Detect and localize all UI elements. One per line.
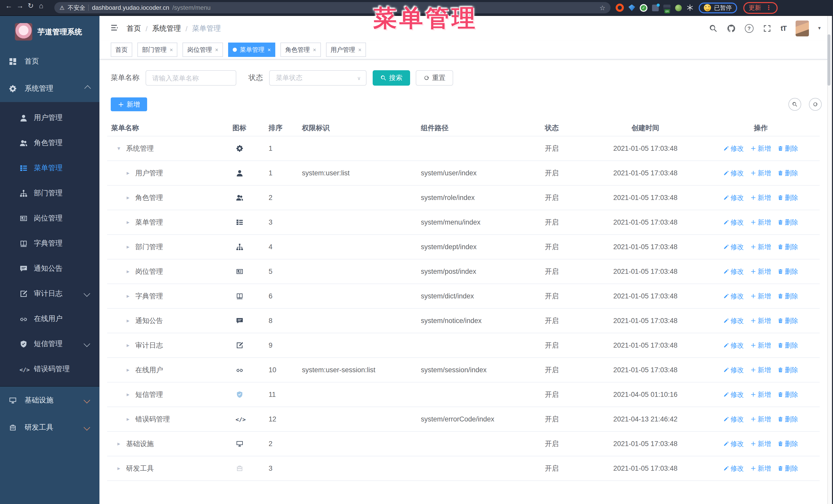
add-row-button[interactable]: 新增 — [751, 464, 771, 473]
expand-caret-icon[interactable]: ▸ — [127, 367, 132, 373]
github-icon[interactable] — [727, 24, 736, 32]
delete-row-button[interactable]: 删除 — [778, 464, 798, 473]
back-icon[interactable]: ← — [5, 2, 17, 13]
sidebar-item-首页[interactable]: 首页 — [0, 48, 99, 75]
extension-check-icon[interactable]: ✓ — [640, 4, 647, 11]
edit-row-button[interactable]: 修改 — [723, 464, 744, 473]
edit-row-button[interactable]: 修改 — [723, 193, 744, 202]
bookmark-star-icon[interactable]: ☆ — [599, 4, 605, 11]
extension-gem-icon[interactable] — [628, 4, 635, 11]
extension-grid-icon[interactable] — [652, 4, 659, 11]
edit-row-button[interactable]: 修改 — [723, 341, 744, 350]
close-icon[interactable]: × — [215, 47, 218, 52]
show-search-button[interactable] — [788, 98, 801, 111]
add-button[interactable]: 新增 — [111, 97, 147, 111]
add-row-button[interactable]: 新增 — [751, 390, 771, 399]
expand-caret-icon[interactable]: ▸ — [127, 194, 132, 201]
forward-icon[interactable]: → — [17, 2, 28, 13]
add-row-button[interactable]: 新增 — [751, 365, 771, 375]
add-row-button[interactable]: 新增 — [751, 144, 771, 153]
delete-row-button[interactable]: 删除 — [778, 390, 798, 399]
expand-caret-icon[interactable]: ▸ — [127, 268, 132, 275]
refresh-table-button[interactable] — [809, 98, 822, 111]
delete-row-button[interactable]: 删除 — [778, 439, 798, 448]
expand-caret-icon[interactable]: ▸ — [127, 219, 132, 225]
add-row-button[interactable]: 新增 — [751, 291, 771, 301]
sidebar-item-通知公告[interactable]: 通知公告 — [0, 256, 99, 281]
edit-row-button[interactable]: 修改 — [723, 365, 744, 375]
sidebar-item-角色管理[interactable]: 角色管理 — [0, 130, 99, 155]
add-row-button[interactable]: 新增 — [751, 218, 771, 227]
breadcrumb-item[interactable]: 系统管理 — [152, 24, 181, 33]
edit-row-button[interactable]: 修改 — [723, 291, 744, 301]
add-row-button[interactable]: 新增 — [751, 193, 771, 202]
delete-row-button[interactable]: 删除 — [778, 168, 798, 178]
add-row-button[interactable]: 新增 — [751, 341, 771, 350]
expand-caret-icon[interactable]: ▾ — [117, 145, 122, 152]
expand-caret-icon[interactable]: ▸ — [127, 342, 132, 349]
sidebar-item-字典管理[interactable]: 字典管理 — [0, 231, 99, 256]
sidebar-item-菜单管理[interactable]: 菜单管理 — [0, 155, 99, 181]
browser-menu-icon[interactable]: ⋮ — [766, 5, 772, 11]
edit-row-button[interactable]: 修改 — [723, 390, 744, 399]
extension-server-icon[interactable] — [663, 5, 670, 11]
add-row-button[interactable]: 新增 — [751, 242, 771, 251]
tab-首页[interactable]: 首页 — [111, 43, 132, 57]
delete-row-button[interactable]: 删除 — [778, 242, 798, 251]
tab-菜单管理[interactable]: 菜单管理× — [228, 43, 276, 57]
sidebar-item-基础设施[interactable]: 基础设施 — [0, 387, 99, 414]
tab-部门管理[interactable]: 部门管理× — [137, 43, 177, 57]
home-icon[interactable]: ⌂ — [39, 2, 50, 13]
chevron-down-icon[interactable]: ▾ — [818, 26, 821, 31]
tab-用户管理[interactable]: 用户管理× — [326, 43, 366, 57]
sidebar-item-研发工具[interactable]: 研发工具 — [0, 414, 99, 441]
avatar[interactable] — [795, 20, 809, 36]
sidebar-item-用户管理[interactable]: 用户管理 — [0, 105, 99, 130]
close-icon[interactable]: × — [313, 47, 316, 52]
expand-caret-icon[interactable]: ▸ — [127, 243, 132, 250]
close-icon[interactable]: × — [170, 47, 173, 52]
sidebar-item-在线用户[interactable]: 在线用户 — [0, 306, 99, 331]
delete-row-button[interactable]: 删除 — [778, 365, 798, 375]
delete-row-button[interactable]: 删除 — [778, 218, 798, 227]
edit-row-button[interactable]: 修改 — [723, 168, 744, 178]
delete-row-button[interactable]: 删除 — [778, 341, 798, 350]
add-row-button[interactable]: 新增 — [751, 267, 771, 276]
delete-row-button[interactable]: 删除 — [778, 193, 798, 202]
menu-name-input[interactable] — [146, 70, 236, 86]
edit-row-button[interactable]: 修改 — [723, 218, 744, 227]
breadcrumb-item[interactable]: 首页 — [127, 24, 141, 33]
extension-frog-icon[interactable] — [675, 4, 682, 11]
add-row-button[interactable]: 新增 — [751, 316, 771, 325]
sidebar-item-错误码管理[interactable]: </>错误码管理 — [0, 356, 99, 381]
search-button[interactable]: 搜索 — [373, 70, 410, 86]
status-select[interactable]: 菜单状态 ∨ — [269, 70, 366, 86]
extension-orange-icon[interactable] — [616, 4, 624, 12]
sidebar-item-部门管理[interactable]: 部门管理 — [0, 181, 99, 206]
close-icon[interactable]: × — [358, 47, 362, 52]
expand-caret-icon[interactable]: ▸ — [127, 416, 132, 423]
add-row-button[interactable]: 新增 — [751, 414, 771, 424]
sidebar-item-岗位管理[interactable]: 岗位管理 — [0, 206, 99, 231]
snowflake-icon[interactable] — [686, 4, 694, 11]
delete-row-button[interactable]: 删除 — [778, 267, 798, 276]
expand-caret-icon[interactable]: ▸ — [117, 465, 122, 472]
extension-paused-badge[interactable]: 已暂停 — [699, 2, 737, 13]
scrollbar-track[interactable] — [827, 16, 832, 504]
fullscreen-icon[interactable] — [763, 24, 771, 32]
scrollbar-thumb[interactable] — [827, 34, 830, 86]
delete-row-button[interactable]: 删除 — [778, 316, 798, 325]
font-size-icon[interactable]: tT — [781, 24, 786, 32]
delete-row-button[interactable]: 删除 — [778, 291, 798, 301]
add-row-button[interactable]: 新增 — [751, 168, 771, 178]
edit-row-button[interactable]: 修改 — [723, 316, 744, 325]
expand-caret-icon[interactable]: ▸ — [127, 293, 132, 299]
delete-row-button[interactable]: 删除 — [778, 414, 798, 424]
help-icon[interactable]: ? — [745, 24, 754, 32]
expand-caret-icon[interactable]: ▸ — [127, 170, 132, 176]
sidebar-item-短信管理[interactable]: 短信管理 — [0, 331, 99, 356]
edit-row-button[interactable]: 修改 — [723, 144, 744, 153]
add-row-button[interactable]: 新增 — [751, 439, 771, 448]
sidebar-item-审计日志[interactable]: 审计日志 — [0, 281, 99, 306]
delete-row-button[interactable]: 删除 — [778, 144, 798, 153]
